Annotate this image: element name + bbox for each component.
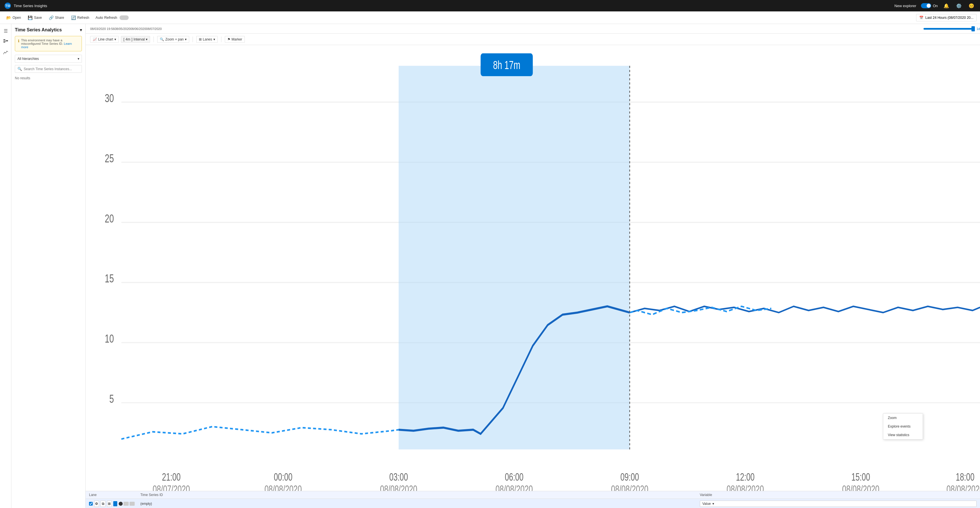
interval-button[interactable]: [ 4m ] Interval ▾ — [121, 36, 150, 43]
lane-dot — [119, 502, 123, 506]
lane-half-2 — [129, 502, 135, 506]
svg-text:08/08/2020: 08/08/2020 — [611, 483, 649, 491]
interval-value: 4m — [126, 37, 130, 41]
context-menu-explore-events[interactable]: Explore events — [883, 422, 923, 431]
hierarchy-dropdown[interactable]: All hierarchies ▾ — [15, 55, 82, 63]
timeline-dates: 08/03/2020 19:56 08/05/2020 08/06/2020 0… — [90, 27, 975, 30]
timeline-label: 1d — [977, 27, 980, 30]
toggle-state: On — [933, 4, 938, 8]
analytics-icon[interactable] — [1, 48, 10, 57]
marker-label: Marker — [232, 37, 242, 41]
svg-line-3 — [5, 40, 6, 41]
open-button[interactable]: 📂 Open — [3, 14, 24, 21]
toolbar-separator-3 — [221, 37, 221, 42]
marker-button[interactable]: ⚑ Marker — [225, 36, 245, 43]
side-icon-bar: ☰ — [0, 24, 11, 508]
row-color-swatch[interactable] — [113, 501, 117, 506]
svg-text:21:00: 21:00 — [162, 471, 181, 483]
svg-text:00:00: 00:00 — [274, 471, 293, 483]
bracket-close: ] — [132, 37, 132, 41]
row-settings-button[interactable]: ⚙ — [94, 500, 99, 507]
notifications-icon[interactable]: 🔔 — [942, 2, 950, 10]
svg-text:12:00: 12:00 — [736, 471, 754, 483]
tsid-col-label: Time Series ID — [140, 493, 163, 497]
lanes-button[interactable]: ⊞ Lanes ▾ — [196, 36, 218, 43]
interval-chevron: ▾ — [146, 37, 148, 41]
svg-text:10: 10 — [105, 332, 114, 345]
app-title: Time Series Insights — [14, 4, 47, 8]
top-nav-left: TSI Time Series Insights — [5, 3, 47, 9]
line-chart-icon: 📈 — [93, 37, 97, 41]
calendar-icon: 📅 — [919, 16, 924, 20]
variable-chevron: ▾ — [713, 502, 714, 506]
chart-type-chevron: ▾ — [115, 37, 116, 41]
panel-title-container: Time Series Analytics ▾ — [15, 27, 82, 33]
user-icon[interactable]: 😊 — [967, 2, 975, 10]
chart-type-button[interactable]: 📈 Line chart ▾ — [90, 36, 119, 43]
open-label: Open — [13, 16, 21, 20]
bracket-open: [ — [124, 37, 124, 41]
timeline-fill — [924, 28, 975, 30]
hierarchy-chevron-icon: ▾ — [78, 57, 79, 61]
top-nav-right: New explorer On 🔔 ⚙️ 😊 — [894, 2, 975, 10]
share-button[interactable]: 🔗 Share — [46, 14, 67, 21]
variable-select[interactable]: Value ▾ — [700, 500, 977, 507]
panel-title-chevron[interactable]: ▾ — [80, 28, 82, 32]
new-explorer-toggle[interactable]: On — [921, 3, 938, 8]
search-icon: 🔍 — [18, 67, 22, 71]
save-button[interactable]: 💾 Save — [25, 14, 45, 21]
row-grid-button[interactable]: ⊞ — [107, 500, 112, 507]
timeline-date-0: 08/03/2020 19:56 — [90, 27, 115, 30]
svg-text:15:00: 15:00 — [851, 471, 870, 483]
chart-svg: 30 25 20 15 10 5 8h 17m — [86, 45, 980, 491]
timeline-thumb[interactable] — [972, 26, 975, 32]
share-label: Share — [55, 16, 64, 20]
content-area: 08/03/2020 19:56 08/05/2020 08/06/2020 0… — [86, 24, 980, 508]
svg-text:20: 20 — [105, 212, 114, 225]
svg-text:08/08/2020: 08/08/2020 — [947, 483, 980, 491]
main-toolbar: 📂 Open 💾 Save 🔗 Share 🔄 Refresh Auto Ref… — [0, 11, 980, 24]
save-icon: 💾 — [28, 16, 32, 20]
timeline-date-1: 08/05/2020 — [115, 27, 130, 30]
hierarchy-icon[interactable] — [1, 37, 10, 46]
svg-text:08/08/2020: 08/08/2020 — [496, 483, 533, 491]
row-checkbox[interactable] — [89, 502, 93, 506]
auto-refresh-toggle[interactable] — [119, 16, 129, 20]
warning-banner: ℹ This environment may have a misconfigu… — [15, 36, 82, 51]
svg-rect-1 — [3, 41, 5, 43]
variable-value: Value — [702, 502, 711, 506]
no-results-text: No results — [15, 75, 82, 81]
timeline-slider[interactable]: 1d — [924, 24, 980, 33]
save-label: Save — [34, 16, 41, 20]
context-menu-zoom[interactable]: Zoom — [883, 414, 923, 422]
chart-type-label: Line chart — [98, 37, 113, 41]
row-copy-button[interactable]: ⧉ — [100, 500, 105, 507]
data-table: Lane Time Series ID Variable ⚙ ⧉ ⊞ — [86, 491, 980, 508]
settings-icon[interactable]: ⚙️ — [955, 2, 963, 10]
timeline-bar: 08/03/2020 19:56 08/05/2020 08/06/2020 0… — [86, 24, 980, 34]
hamburger-icon[interactable]: ☰ — [1, 26, 10, 35]
refresh-button[interactable]: 🔄 Refresh — [68, 14, 92, 21]
svg-text:08/07/2020: 08/07/2020 — [153, 483, 190, 491]
lanes-icon: ⊞ — [199, 37, 202, 41]
svg-line-4 — [5, 41, 6, 42]
context-menu-view-statistics[interactable]: View statistics — [883, 431, 923, 439]
svg-text:30: 30 — [105, 92, 114, 105]
context-menu: Zoom Explore events View statistics — [883, 413, 923, 440]
toolbar-separator-2 — [192, 37, 193, 42]
lane-half-1 — [124, 502, 129, 506]
zoom-chevron: ▾ — [185, 37, 186, 41]
timeline-date-2: 08/06/2020 — [130, 27, 146, 30]
search-input[interactable] — [24, 67, 79, 71]
date-range-button[interactable]: 📅 Last 24 Hours (08/07/2020 20... — [916, 14, 977, 21]
toggle-switch[interactable] — [921, 3, 931, 8]
svg-text:06:00: 06:00 — [505, 471, 523, 483]
svg-text:08/08/2020: 08/08/2020 — [842, 483, 880, 491]
variable-header: Variable — [700, 493, 977, 497]
variable-col-label: Variable — [700, 493, 712, 497]
chart-toolbar: 📈 Line chart ▾ [ 4m ] Interval ▾ 🔍 Zoom … — [86, 34, 980, 45]
zoom-pan-button[interactable]: 🔍 Zoom + pan ▾ — [157, 36, 189, 43]
lanes-chevron: ▾ — [213, 37, 215, 41]
svg-text:03:00: 03:00 — [390, 471, 408, 483]
svg-rect-17 — [399, 66, 630, 449]
